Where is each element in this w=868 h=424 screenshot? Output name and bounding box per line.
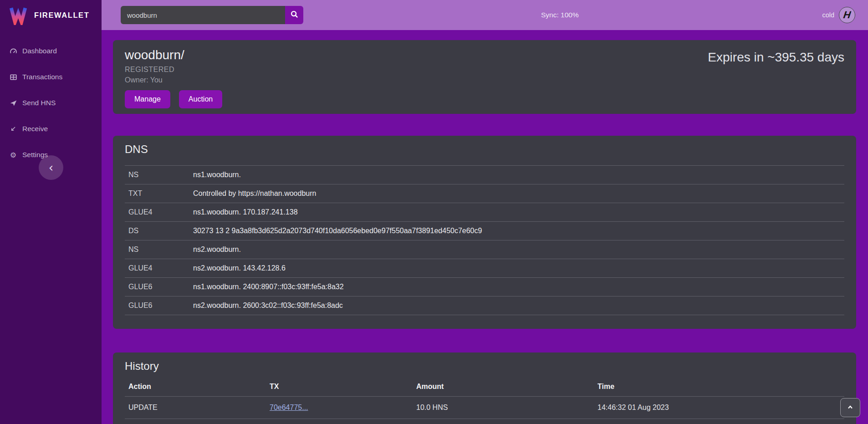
handshake-h-glyph: H: [843, 10, 852, 20]
chevron-up-icon: [847, 404, 854, 412]
dns-record-type: DS: [128, 226, 193, 235]
magnifier-icon: [290, 10, 299, 20]
dns-table: NS ns1.woodburn. TXT Controlled by https…: [125, 165, 844, 315]
wallet-group: cold H: [822, 0, 855, 30]
paper-plane-icon: [9, 99, 17, 107]
topbar: Sync: 100% cold H: [102, 0, 868, 30]
dns-record-type: GLUE6: [128, 282, 193, 291]
sidebar-item-receive[interactable]: Receive: [0, 118, 102, 140]
scroll-to-top-button[interactable]: [840, 398, 860, 417]
gear-icon: ⚙: [9, 151, 17, 159]
dns-card: DNS NS ns1.woodburn. TXT Controlled by h…: [113, 136, 856, 329]
search-group: [121, 6, 303, 24]
dns-record-value: ns2.woodburn. 2600:3c02::f03c:93ff:fe5a:…: [193, 301, 841, 310]
manage-button[interactable]: Manage: [125, 90, 170, 108]
dns-record-row: NS ns2.woodburn.: [125, 240, 844, 259]
sidebar: FIREWALLET Dashboard Transactions: [0, 0, 102, 424]
history-row: RENEW d73c8e4... 10.0 HNS 15:47:06 07 Fe…: [125, 419, 844, 424]
dns-record-row: TXT Controlled by https://nathan.woodbur…: [125, 184, 844, 203]
dns-record-type: GLUE6: [128, 301, 193, 310]
tx-link[interactable]: 70e64775...: [270, 404, 308, 411]
dns-record-value: Controlled by https://nathan.woodburn: [193, 189, 841, 198]
sidebar-nav: Dashboard Transactions Send HNS: [0, 40, 102, 166]
domain-expires: Expires in ~395.35 days: [708, 50, 844, 65]
sidebar-item-label: Receive: [22, 125, 48, 133]
search-input[interactable]: [121, 6, 285, 24]
history-col-amount: Amount: [416, 383, 597, 391]
domain-actions: Manage Auction: [125, 90, 844, 108]
domain-status: REGISTERED: [125, 66, 844, 74]
history-section-title: History: [125, 360, 844, 373]
dns-record-row: GLUE4 ns2.woodburn. 143.42.128.6: [125, 259, 844, 277]
history-action: UPDATE: [128, 404, 270, 412]
brand-name: FIREWALLET: [34, 11, 89, 20]
dns-record-value: ns2.woodburn.: [193, 245, 841, 254]
dns-record-row: NS ns1.woodburn.: [125, 165, 844, 184]
history-header-row: Action TX Amount Time: [125, 379, 844, 397]
dns-record-type: GLUE4: [128, 208, 193, 217]
dns-record-row: GLUE6 ns2.woodburn. 2600:3c02::f03c:93ff…: [125, 296, 844, 315]
history-row: UPDATE 70e64775... 10.0 HNS 14:46:32 01 …: [125, 397, 844, 419]
dns-record-type: TXT: [128, 189, 193, 198]
dns-record-row: GLUE6 ns1.woodburn. 2400:8907::f03c:93ff…: [125, 277, 844, 296]
table-grid-icon: [9, 73, 17, 81]
history-time: 14:46:32 01 Aug 2023: [597, 404, 841, 412]
dns-record-type: NS: [128, 245, 193, 254]
dns-record-value: ns1.woodburn.: [193, 170, 841, 179]
dns-record-type: GLUE4: [128, 264, 193, 273]
dns-section-title: DNS: [125, 143, 844, 156]
dns-record-type: NS: [128, 170, 193, 179]
history-card: History Action TX Amount Time UPDATE 70e…: [113, 352, 856, 424]
sidebar-item-transactions[interactable]: Transactions: [0, 66, 102, 88]
wallet-name: cold: [822, 11, 834, 19]
handshake-logo-icon[interactable]: H: [839, 7, 855, 23]
dns-record-value: ns2.woodburn. 143.42.128.6: [193, 264, 841, 273]
dns-record-row: GLUE4 ns1.woodburn. 170.187.241.138: [125, 203, 844, 221]
sidebar-collapse-button[interactable]: ‹: [39, 155, 63, 180]
sync-status: Sync: 100%: [541, 0, 579, 30]
gauge-icon: [9, 47, 17, 55]
sidebar-item-label: Transactions: [22, 73, 62, 81]
dns-record-row: DS 30273 13 2 9a3a8fb3d625d2a2073d740f10…: [125, 221, 844, 240]
main-content: woodburn/ REGISTERED Owner: You Expires …: [102, 30, 868, 424]
sidebar-item-send-hns[interactable]: Send HNS: [0, 92, 102, 114]
dns-record-value: 30273 13 2 9a3a8fb3d625d2a2073d740f10da6…: [193, 226, 841, 235]
sidebar-item-dashboard[interactable]: Dashboard: [0, 40, 102, 62]
arrow-down-left-icon: [9, 125, 17, 133]
search-button[interactable]: [285, 6, 303, 24]
sidebar-item-label: Send HNS: [22, 99, 56, 107]
history-table: Action TX Amount Time UPDATE 70e64775...…: [125, 379, 844, 424]
domain-owner: Owner: You: [125, 76, 844, 84]
history-col-time: Time: [597, 383, 841, 391]
firewallet-logo-icon: [8, 5, 28, 25]
brand[interactable]: FIREWALLET: [0, 0, 102, 30]
history-col-action: Action: [128, 383, 270, 391]
domain-card: woodburn/ REGISTERED Owner: You Expires …: [113, 40, 856, 114]
dns-record-value: ns1.woodburn. 170.187.241.138: [193, 208, 841, 217]
sidebar-item-label: Dashboard: [22, 47, 57, 55]
auction-button[interactable]: Auction: [179, 90, 222, 108]
dns-record-value: ns1.woodburn. 2400:8907::f03c:93ff:fe5a:…: [193, 282, 841, 291]
history-col-tx: TX: [270, 383, 416, 391]
history-amount: 10.0 HNS: [416, 404, 597, 412]
